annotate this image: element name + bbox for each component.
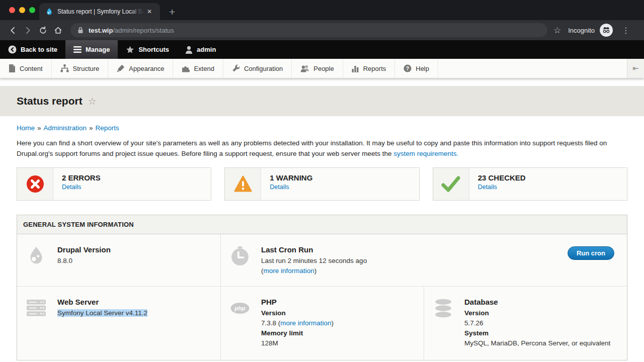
admin-toolbar: Back to site Manage Shortcuts admin (0, 40, 644, 59)
toolbar-collapse-button[interactable]: ⇤ (627, 59, 644, 78)
php-memory-limit-label: Memory limit (261, 328, 414, 338)
database-icon (434, 299, 453, 318)
drupal-version-cell: Drupal Version 8.8.0 (17, 234, 220, 286)
database-title: Database (464, 298, 617, 306)
shortcuts-star-icon (126, 46, 134, 54)
panel-title: GENERAL SYSTEM INFORMATION (17, 215, 627, 234)
checked-count: 23 CHECKED (478, 173, 526, 182)
menu-item-structure[interactable]: Structure (52, 59, 109, 78)
php-title: PHP (261, 298, 414, 306)
incognito-icon (600, 24, 613, 37)
shortcuts-button[interactable]: Shortcuts (118, 40, 177, 59)
last-cron-run-cell: Last Cron Run Last run 2 minutes 12 seco… (220, 234, 627, 286)
new-tab-button[interactable]: + (169, 7, 175, 17)
back-button[interactable] (5, 23, 20, 38)
browser-menu-icon[interactable]: ⋮ (619, 26, 633, 35)
url-bar[interactable]: test.wip/admin/reports/status (70, 23, 547, 37)
hamburger-icon (73, 46, 82, 53)
window-close-button[interactable] (9, 7, 15, 13)
menu-item-extend[interactable]: Extend (173, 59, 223, 78)
last-cron-run-value: Last run 2 minutes 12 seconds ago (261, 256, 617, 266)
clock-icon (230, 246, 250, 265)
forward-button[interactable] (20, 23, 35, 38)
lock-icon (77, 27, 84, 34)
admin-user-button[interactable]: admin (177, 40, 224, 59)
breadcrumb-administration-link[interactable]: Administration (44, 124, 87, 132)
warnings-details-link[interactable]: Details (270, 184, 289, 191)
php-memory-limit-value: 128M (261, 338, 414, 348)
tab-title: Status report | Symfony Local Se (57, 8, 144, 15)
general-system-information-panel: GENERAL SYSTEM INFORMATION Drupal Versio… (17, 215, 627, 360)
reports-icon (352, 65, 359, 72)
checkmark-icon (433, 168, 469, 200)
web-server-cell: Web Server Symfony Local Server v4.11.2 (17, 287, 220, 360)
appearance-icon (117, 64, 125, 72)
database-system-value: MySQL, MariaDB, Percona Server, or equiv… (464, 338, 617, 348)
checked-details-link[interactable]: Details (478, 184, 497, 191)
drupal-version-value: 8.8.0 (57, 256, 210, 266)
menu-item-help[interactable]: ? Help (395, 59, 438, 78)
breadcrumb-separator: » (89, 124, 93, 132)
menu-item-configuration[interactable]: Configuration (223, 59, 292, 78)
structure-icon (60, 64, 69, 72)
help-icon: ? (404, 64, 412, 72)
menu-item-appearance[interactable]: Appearance (108, 59, 173, 78)
php-version-label: Version (261, 308, 414, 318)
warnings-count: 1 WARNING (270, 173, 312, 182)
php-icon: php (230, 299, 250, 318)
errors-details-link[interactable]: Details (62, 184, 81, 191)
window-zoom-button[interactable] (29, 7, 35, 13)
breadcrumb-reports-link[interactable]: Reports (96, 124, 119, 132)
user-icon (185, 46, 193, 54)
reload-button[interactable] (35, 23, 50, 38)
back-to-site-link[interactable]: Back to site (0, 40, 65, 59)
cron-more-information-link[interactable]: more information (264, 267, 314, 275)
manage-menu-button[interactable]: Manage (65, 40, 118, 59)
web-server-value-selected: Symfony Local Server v4.11.2 (57, 309, 147, 317)
php-more-information-link[interactable]: more information (280, 319, 331, 327)
page-title: Status report (17, 95, 83, 107)
php-cell: php PHP Version 7.3.8 (more information)… (220, 287, 424, 360)
database-cell: Database Version 5.7.26 System MySQL, Ma… (424, 287, 627, 360)
errors-count: 2 ERRORS (62, 173, 101, 182)
browser-tab-strip: Status report | Symfony Local Se ✕ + (0, 0, 644, 20)
url-host: test.wip (89, 27, 113, 34)
breadcrumb-home-link[interactable]: Home (17, 124, 35, 132)
window-controls (9, 7, 35, 13)
admin-menu-bar: Content Structure Appearance Extend Conf… (0, 59, 644, 78)
database-system-label: System (464, 328, 617, 338)
menu-item-content[interactable]: Content (0, 59, 52, 78)
system-requirements-link[interactable]: system requirements. (393, 150, 458, 157)
intro-paragraph: Here you can find a short overview of yo… (17, 138, 626, 159)
web-server-title: Web Server (57, 298, 210, 306)
database-version-label: Version (464, 308, 617, 318)
window-minimize-button[interactable] (19, 7, 25, 13)
drupal-version-title: Drupal Version (57, 245, 210, 254)
browser-tab[interactable]: Status report | Symfony Local Se ✕ (39, 3, 160, 20)
warnings-card: 1 WARNING Details (224, 167, 419, 201)
error-icon (17, 168, 53, 200)
errors-card: 2 ERRORS Details (17, 167, 211, 201)
panel-row-1: Drupal Version 8.8.0 Last Cron Run Last … (17, 234, 627, 287)
page-title-band: Status report ☆ (0, 86, 644, 116)
breadcrumb: Home»Administration»Reports (17, 124, 627, 132)
bookmark-star-icon[interactable]: ☆ (553, 25, 561, 36)
url-path: /admin/reports/status (113, 27, 174, 34)
menu-item-people[interactable]: People (292, 59, 343, 78)
status-summary-cards: 2 ERRORS Details 1 WARNING Details (17, 167, 627, 201)
content-icon (9, 64, 16, 72)
page-content: Home»Administration»Reports Here you can… (0, 124, 644, 360)
tab-close-icon[interactable]: ✕ (147, 8, 152, 15)
menu-item-reports[interactable]: Reports (343, 59, 395, 78)
browser-navbar: test.wip/admin/reports/status ☆ Incognit… (0, 20, 644, 40)
breadcrumb-separator: » (37, 124, 41, 132)
incognito-label: Incognito (568, 27, 595, 34)
home-button[interactable] (50, 23, 65, 38)
svg-text:?: ? (406, 65, 409, 71)
people-icon (300, 64, 309, 72)
run-cron-button[interactable]: Run cron (568, 246, 614, 260)
last-cron-run-title: Last Cron Run (261, 245, 617, 254)
server-icon (27, 299, 46, 318)
favorite-star-icon[interactable]: ☆ (88, 96, 97, 107)
cron-more-information: (more information) (261, 266, 617, 276)
